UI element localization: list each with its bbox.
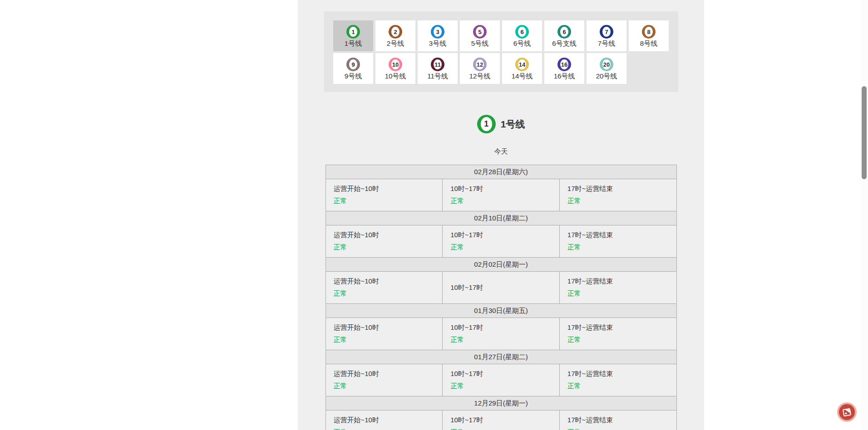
line-button-8号线[interactable]: 88号线 <box>629 20 669 51</box>
period-cell: 运营开始~10时正常 <box>326 410 443 430</box>
period-cell: 17时~运营结束正常 <box>559 318 676 350</box>
line-button-label: 14号线 <box>512 73 533 79</box>
periods-row: 运营开始~10时正常10时~17时正常17时~运营结束正常 <box>326 364 676 396</box>
line-badge-number: 12 <box>476 59 484 69</box>
period-status: 正常 <box>334 289 440 298</box>
period-cell: 10时~17时正常 <box>443 318 560 350</box>
period-cell: 17时~运营结束正常 <box>559 272 676 304</box>
today-label: 今天 <box>298 147 704 156</box>
period-status: 正常 <box>334 243 440 252</box>
line-button-9号线[interactable]: 99号线 <box>333 53 373 84</box>
line-badge-number: 1 <box>349 27 357 37</box>
line-badge-icon: 9 <box>346 58 360 71</box>
line-badge-icon: 14 <box>515 58 529 71</box>
line-badge-icon: 1 <box>346 25 360 39</box>
line-badge-icon: 2 <box>389 25 402 39</box>
period-status: 正常 <box>334 336 440 344</box>
line-button-7号线[interactable]: 77号线 <box>587 20 626 51</box>
date-header: 02月28日(星期六) <box>326 165 676 179</box>
line-button-6号线[interactable]: 66号线 <box>502 20 542 51</box>
photo-icon-dot <box>845 412 847 415</box>
line-button-12号线[interactable]: 1212号线 <box>460 53 500 84</box>
line-button-label: 3号线 <box>429 40 446 47</box>
period-cell: 17时~运营结束正常 <box>559 364 676 396</box>
line-badge-icon: 8 <box>642 25 656 39</box>
period-status: 正常 <box>334 428 440 430</box>
line-button-20号线[interactable]: 2020号线 <box>587 53 626 84</box>
line-button-10号线[interactable]: 1010号线 <box>375 53 415 84</box>
line-badge-icon: 16 <box>557 58 571 71</box>
period-label: 17时~运营结束 <box>567 277 674 285</box>
scrollbar-track[interactable] <box>861 0 868 430</box>
period-cell: 10时~17时正常 <box>443 225 560 258</box>
line-button-16号线[interactable]: 1616号线 <box>544 53 584 84</box>
date-header: 02月02日(星期一) <box>326 258 676 272</box>
period-status: 正常 <box>567 428 674 430</box>
line-selector-grid: 11号线22号线33号线55号线66号线66号支线77号线88号线99号线101… <box>324 20 678 84</box>
period-status: 正常 <box>450 382 557 391</box>
scrollbar-thumb[interactable] <box>862 86 867 179</box>
line-button-2号线[interactable]: 22号线 <box>375 20 415 51</box>
period-cell: 10时~17时 <box>443 272 560 304</box>
periods-row: 运营开始~10时正常10时~17时正常17时~运营结束正常 <box>326 225 676 258</box>
schedule-table: 02月28日(星期六)运营开始~10时正常10时~17时正常17时~运营结束正常… <box>326 165 677 430</box>
line-button-6号支线[interactable]: 66号支线 <box>544 20 584 51</box>
period-cell: 17时~运营结束正常 <box>559 179 676 211</box>
period-status: 正常 <box>567 382 674 391</box>
line-button-11号线[interactable]: 1111号线 <box>418 53 458 84</box>
period-cell: 运营开始~10时正常 <box>326 318 443 350</box>
period-status: 正常 <box>567 243 674 252</box>
floating-widget-button[interactable] <box>837 402 857 422</box>
period-cell: 10时~17时正常 <box>443 410 560 430</box>
period-label: 10时~17时 <box>450 416 557 424</box>
period-label: 17时~运营结束 <box>567 231 674 239</box>
period-label: 17时~运营结束 <box>567 323 674 332</box>
photo-icon <box>843 408 852 416</box>
period-label: 运营开始~10时 <box>334 277 440 285</box>
line-badge-icon: 3 <box>431 25 444 39</box>
period-label: 17时~运营结束 <box>567 416 674 424</box>
line-button-label: 8号线 <box>640 40 657 47</box>
line-badge-number: 3 <box>434 27 442 37</box>
line-heading: 1 1号线 <box>298 115 704 133</box>
line-button-label: 1号线 <box>345 40 362 47</box>
period-label: 10时~17时 <box>450 185 557 193</box>
line-button-14号线[interactable]: 1414号线 <box>502 53 542 84</box>
page-title: 1号线 <box>501 118 525 131</box>
line-badge-icon: 6 <box>515 25 529 39</box>
line-button-label: 12号线 <box>469 73 491 79</box>
line-button-3号线[interactable]: 33号线 <box>418 20 458 51</box>
line-badge-icon: 10 <box>389 58 402 71</box>
line-badge-number: 8 <box>645 27 653 37</box>
period-cell: 运营开始~10时正常 <box>326 364 443 396</box>
date-header-row: 02月28日(星期六) <box>326 165 676 179</box>
line-button-label: 7号线 <box>598 40 615 47</box>
period-cell: 运营开始~10时正常 <box>326 272 443 304</box>
line-button-label: 20号线 <box>596 73 617 79</box>
content-column: 11号线22号线33号线55号线66号线66号支线77号线88号线99号线101… <box>298 0 704 430</box>
line-badge-number: 16 <box>560 59 568 69</box>
line-badge-number: 11 <box>434 59 442 69</box>
period-cell: 运营开始~10时正常 <box>326 179 443 211</box>
date-header: 02月10日(星期二) <box>326 211 676 225</box>
line-badge-icon: 6 <box>557 25 571 39</box>
line-button-label: 9号线 <box>345 73 362 79</box>
line-button-5号线[interactable]: 55号线 <box>460 20 500 51</box>
period-label: 10时~17时 <box>450 323 557 332</box>
period-cell: 运营开始~10时正常 <box>326 225 443 258</box>
line-button-label: 5号线 <box>471 40 488 47</box>
line-badge-number: 6 <box>518 27 526 37</box>
period-status: 正常 <box>567 336 674 344</box>
line-button-1号线[interactable]: 11号线 <box>333 20 373 51</box>
period-status: 正常 <box>450 197 557 205</box>
period-cell: 17时~运营结束正常 <box>559 225 676 258</box>
date-header: 01月27日(星期二) <box>326 350 676 364</box>
period-label: 17时~运营结束 <box>567 370 674 378</box>
line-badge-number: 10 <box>391 59 399 69</box>
period-status: 正常 <box>450 243 557 252</box>
period-status: 正常 <box>567 289 674 298</box>
date-header-row: 12月29日(星期一) <box>326 396 676 410</box>
period-label: 运营开始~10时 <box>334 416 440 424</box>
date-header-row: 01月30日(星期五) <box>326 304 676 318</box>
period-label: 10时~17时 <box>450 370 557 378</box>
